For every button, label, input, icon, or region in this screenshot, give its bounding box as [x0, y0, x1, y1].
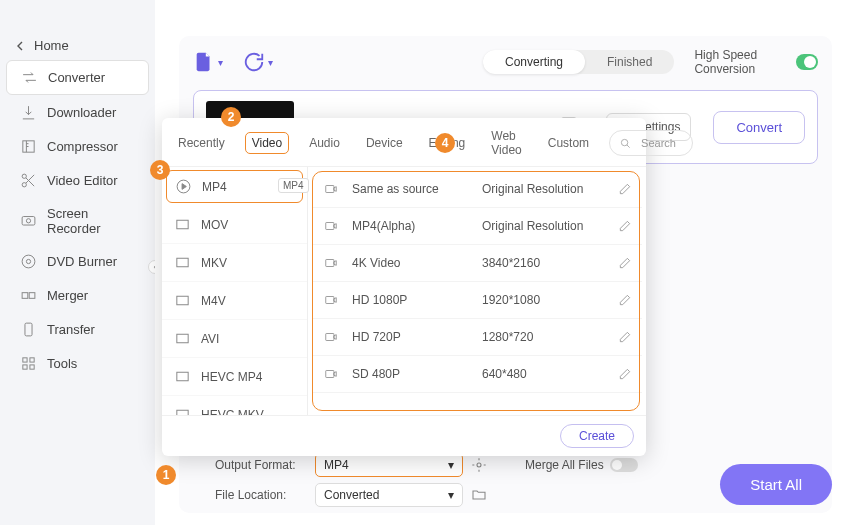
sidebar-item-compressor[interactable]: Compressor [6, 130, 149, 163]
sidebar-item-downloader[interactable]: Downloader [6, 96, 149, 129]
format-mkv[interactable]: MKV [162, 244, 307, 282]
svg-rect-10 [29, 293, 35, 299]
merge-label: Merge All Files [525, 458, 604, 472]
svg-rect-33 [326, 371, 334, 378]
preset-name: HD 1080P [352, 293, 482, 307]
chevron-down-icon: ▾ [448, 458, 454, 472]
sidebar-item-label: Screen Recorder [47, 206, 135, 236]
video-icon [322, 256, 340, 270]
file-location-select[interactable]: Converted ▾ [315, 483, 463, 507]
format-avi[interactable]: AVI [162, 320, 307, 358]
film-icon [174, 254, 191, 271]
edit-icon[interactable] [618, 293, 632, 307]
format-hevc-mkv[interactable]: HEVC MKV [162, 396, 307, 415]
format-m4v[interactable]: M4V [162, 282, 307, 320]
sidebar-item-video-editor[interactable]: Video Editor [6, 164, 149, 197]
sidebar-item-transfer[interactable]: Transfer [6, 313, 149, 346]
tab-video[interactable]: Video [245, 132, 289, 154]
output-format-value: MP4 [324, 458, 349, 472]
start-all-button[interactable]: Start All [720, 464, 832, 505]
hsc-label: High Speed Conversion [694, 48, 787, 76]
sidebar-item-dvd-burner[interactable]: DVD Burner [6, 245, 149, 278]
film-icon [174, 330, 191, 347]
tab-web-video[interactable]: Web Video [485, 126, 527, 160]
callout-3: 3 [150, 160, 170, 180]
svg-rect-29 [326, 223, 334, 230]
transfer-icon [20, 321, 37, 338]
preset-row[interactable]: HD 720P1280*720 [312, 319, 642, 356]
video-icon [322, 219, 340, 233]
tab-custom[interactable]: Custom [542, 133, 595, 153]
format-mov[interactable]: MOV [162, 206, 307, 244]
svg-rect-22 [177, 220, 188, 229]
preset-row[interactable]: 4K Video3840*2160 [312, 245, 642, 282]
home-link[interactable]: Home [0, 32, 155, 59]
status-segmented[interactable]: Converting Finished [483, 50, 674, 74]
tab-device[interactable]: Device [360, 133, 409, 153]
create-button[interactable]: Create [560, 424, 634, 448]
video-icon [322, 367, 340, 381]
format-popup: Recently Video Audio Device Editing Web … [162, 118, 646, 456]
preset-resolution: 640*480 [482, 367, 618, 381]
sidebar-item-screen-recorder[interactable]: Screen Recorder [6, 198, 149, 244]
recorder-icon [20, 213, 37, 230]
sidebar-item-label: Tools [47, 356, 77, 371]
tab-audio[interactable]: Audio [303, 133, 346, 153]
disc-icon [20, 253, 37, 270]
preset-row[interactable]: SD 480P640*480 [312, 356, 642, 393]
convert-button[interactable]: Convert [713, 111, 805, 144]
video-icon [322, 330, 340, 344]
compressor-icon [20, 138, 37, 155]
svg-point-3 [22, 174, 26, 178]
edit-icon[interactable] [618, 182, 632, 196]
preset-row[interactable]: Same as sourceOriginal Resolution [312, 171, 642, 208]
preset-row[interactable]: HD 1080P1920*1080 [312, 282, 642, 319]
tab-converting[interactable]: Converting [483, 50, 585, 74]
edit-icon[interactable] [618, 256, 632, 270]
merger-icon [20, 287, 37, 304]
svg-rect-14 [23, 365, 27, 369]
merge-toggle[interactable] [610, 458, 638, 472]
edit-icon[interactable] [618, 367, 632, 381]
search-input[interactable]: Search [609, 130, 693, 156]
add-file-button[interactable]: ▾ [193, 51, 223, 73]
edit-icon[interactable] [618, 330, 632, 344]
search-placeholder: Search [635, 134, 682, 152]
film-icon [174, 216, 191, 233]
file-location-label: File Location: [215, 488, 307, 502]
callout-1: 1 [156, 465, 176, 485]
format-list: MP4 MOV MKV M4V AVI HEVC MP4 HEVC MKV [162, 167, 308, 415]
sidebar-item-label: Downloader [47, 105, 116, 120]
film-icon [174, 368, 191, 385]
add-file-icon [193, 51, 215, 73]
sidebar-item-label: Converter [48, 70, 105, 85]
chevron-left-icon [16, 41, 26, 51]
tab-finished[interactable]: Finished [585, 50, 674, 74]
svg-rect-12 [23, 358, 27, 362]
sidebar-item-merger[interactable]: Merger [6, 279, 149, 312]
sidebar-item-converter[interactable]: Converter [6, 60, 149, 95]
sidebar-item-tools[interactable]: Tools [6, 347, 149, 380]
edit-icon[interactable] [618, 219, 632, 233]
tab-recently[interactable]: Recently [172, 133, 231, 153]
svg-point-7 [22, 255, 35, 268]
add-folder-button[interactable]: ▾ [243, 51, 273, 73]
gear-icon[interactable] [471, 457, 487, 473]
home-label: Home [34, 38, 69, 53]
film-icon [174, 292, 191, 309]
output-format-select[interactable]: MP4 ▾ [315, 453, 463, 477]
svg-rect-5 [22, 216, 35, 225]
converter-icon [21, 69, 38, 86]
preset-name: Same as source [352, 182, 482, 196]
format-hevc-mp4[interactable]: HEVC MP4 [162, 358, 307, 396]
search-icon [620, 138, 631, 149]
hsc-toggle[interactable] [796, 54, 818, 70]
preset-name: 4K Video [352, 256, 482, 270]
refresh-icon [243, 51, 265, 73]
svg-rect-23 [177, 258, 188, 267]
folder-icon[interactable] [471, 487, 487, 503]
output-format-label: Output Format: [215, 458, 307, 472]
preset-row[interactable]: MP4(Alpha)Original Resolution [312, 208, 642, 245]
sidebar-item-label: DVD Burner [47, 254, 117, 269]
svg-rect-30 [326, 260, 334, 267]
